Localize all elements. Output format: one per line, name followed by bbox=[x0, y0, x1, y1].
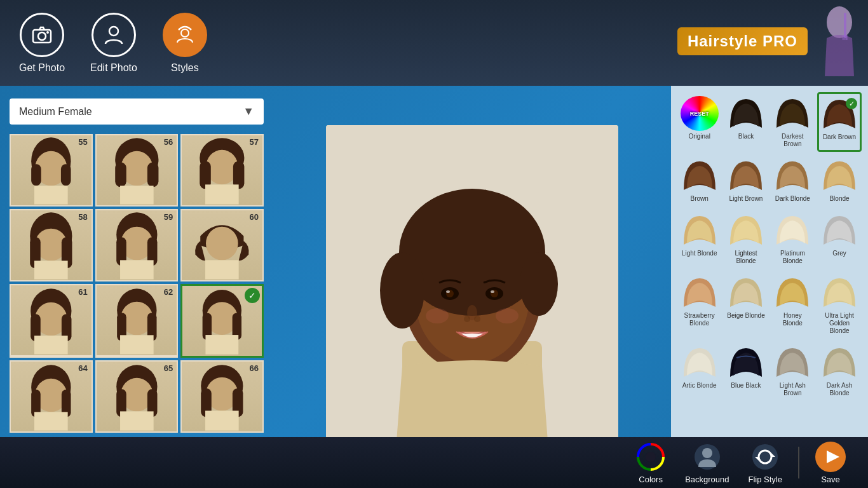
style-grid: 55 56 bbox=[10, 134, 264, 433]
center-photo bbox=[273, 86, 671, 488]
swatch-dark-ash-blonde[interactable]: Dark Ash Blonde bbox=[817, 341, 862, 401]
brand-title: Hairstyle PRO bbox=[677, 27, 808, 55]
swatch-label-dark-brown: Dark Brown bbox=[823, 133, 856, 141]
right-panel: RESET Original Black bbox=[671, 86, 868, 488]
selected-check-badge: ✓ bbox=[846, 98, 857, 109]
background-label: Background bbox=[685, 475, 729, 484]
swatch-grey[interactable]: Grey bbox=[817, 209, 862, 269]
get-photo-label: Get Photo bbox=[19, 62, 65, 74]
main-content: Medium Female ▼ bbox=[0, 86, 868, 488]
svg-point-84 bbox=[426, 308, 449, 323]
nav-edit-photo[interactable]: Edit Photo bbox=[90, 13, 137, 74]
photo-frame bbox=[326, 125, 618, 449]
svg-point-4 bbox=[181, 29, 189, 37]
swatch-label-grey: Grey bbox=[832, 250, 846, 257]
svg-rect-51 bbox=[206, 335, 239, 355]
save-label: Save bbox=[821, 475, 840, 484]
svg-point-3 bbox=[109, 27, 118, 36]
svg-rect-29 bbox=[34, 261, 68, 279]
swatch-label-ultra-light: Ultra Light Golden Blonde bbox=[820, 312, 859, 335]
style-item-60[interactable]: 60 bbox=[180, 209, 264, 281]
style-item-55[interactable]: 55 bbox=[10, 134, 93, 207]
style-item-57[interactable]: 57 bbox=[180, 134, 264, 207]
dropdown-arrow: ▼ bbox=[243, 105, 254, 118]
svg-rect-18 bbox=[147, 162, 159, 187]
swatch-label-light-blonde: Light Blonde bbox=[682, 250, 717, 257]
selected-check: ✓ bbox=[245, 288, 260, 303]
dropdown-value: Medium Female bbox=[19, 106, 92, 118]
svg-rect-61 bbox=[120, 411, 154, 430]
style-item-59[interactable]: 59 bbox=[95, 209, 179, 281]
swatch-black[interactable]: Black bbox=[724, 92, 768, 152]
divider bbox=[798, 447, 799, 478]
save-button[interactable]: Save bbox=[815, 442, 846, 484]
svg-point-83 bbox=[474, 316, 480, 322]
colors-icon bbox=[635, 442, 666, 472]
style-num-58: 58 bbox=[78, 212, 87, 222]
style-item-64[interactable]: 64 bbox=[10, 360, 93, 433]
swatch-light-blonde[interactable]: Light Blonde bbox=[677, 209, 721, 269]
style-item-61[interactable]: 61 bbox=[10, 284, 93, 358]
style-dropdown[interactable]: Medium Female ▼ bbox=[10, 98, 264, 125]
brand-logo: Hairstyle PRO bbox=[677, 6, 855, 76]
swatch-label-blue-black: Blue Black bbox=[731, 382, 761, 390]
swatch-label-honey-blonde: Honey Blonde bbox=[773, 312, 812, 327]
swatch-label-light-ash-brown: Light Ash Brown bbox=[773, 382, 812, 397]
swatch-label-darkest-brown: Darkest Brown bbox=[773, 133, 812, 148]
swatch-beige-blonde[interactable]: Beige Blonde bbox=[724, 271, 768, 339]
swatch-original[interactable]: RESET Original bbox=[677, 92, 721, 152]
svg-rect-19 bbox=[120, 186, 154, 204]
background-button[interactable]: Background bbox=[685, 442, 729, 484]
style-item-58[interactable]: 58 bbox=[10, 209, 93, 281]
styles-icon bbox=[163, 13, 207, 57]
style-item-65[interactable]: 65 bbox=[95, 360, 179, 433]
svg-point-82 bbox=[464, 316, 470, 322]
swatch-blue-black[interactable]: Blue Black bbox=[724, 341, 768, 401]
swatch-ultra-light-golden-blonde[interactable]: Ultra Light Golden Blonde bbox=[817, 271, 862, 339]
swatch-label-black: Black bbox=[738, 133, 754, 140]
swatch-label-original: Original bbox=[688, 133, 710, 140]
top-bar: Get Photo Edit Photo Styles Hairstyle PR… bbox=[0, 0, 868, 86]
flip-style-button[interactable]: Flip Style bbox=[749, 442, 782, 484]
swatch-label-strawberry-blonde: Strawberry Blonde bbox=[680, 312, 719, 327]
svg-rect-34 bbox=[120, 260, 154, 279]
svg-rect-13 bbox=[61, 164, 71, 186]
style-num-59: 59 bbox=[164, 212, 173, 222]
swatch-label-artic-blonde: Artic Blonde bbox=[682, 382, 717, 390]
swatch-light-ash-brown[interactable]: Light Ash Brown bbox=[771, 341, 815, 401]
svg-point-89 bbox=[702, 448, 712, 458]
swatch-label-dark-blonde: Dark Blonde bbox=[775, 195, 810, 203]
svg-rect-6 bbox=[844, 13, 846, 38]
svg-rect-41 bbox=[34, 336, 68, 354]
left-panel: Medium Female ▼ bbox=[0, 86, 273, 488]
style-item-66[interactable]: 66 bbox=[180, 360, 264, 433]
swatch-blonde[interactable]: Blonde bbox=[817, 154, 862, 207]
swatch-brown[interactable]: Brown bbox=[677, 154, 721, 207]
swatch-dark-brown[interactable]: ✓ Dark Brown bbox=[817, 92, 862, 152]
swatch-label-blonde: Blonde bbox=[829, 195, 849, 203]
swatch-lightest-blonde[interactable]: Lightest Blonde bbox=[724, 209, 768, 269]
swatch-artic-blonde[interactable]: Artic Blonde bbox=[677, 341, 721, 401]
person-icon bbox=[92, 13, 136, 57]
style-num-61: 61 bbox=[78, 287, 87, 297]
swatch-strawberry-blonde[interactable]: Strawberry Blonde bbox=[677, 271, 721, 339]
background-icon bbox=[692, 442, 722, 472]
colors-button[interactable]: Colors bbox=[635, 442, 666, 484]
style-item-62[interactable]: 62 bbox=[95, 284, 179, 358]
swatch-darkest-brown[interactable]: Darkest Brown bbox=[771, 92, 815, 152]
nav-styles[interactable]: Styles bbox=[163, 13, 207, 74]
svg-rect-66 bbox=[205, 410, 239, 430]
svg-rect-24 bbox=[205, 184, 239, 204]
svg-rect-36 bbox=[205, 260, 239, 279]
style-num-65: 65 bbox=[164, 363, 173, 373]
swatch-honey-blonde[interactable]: Honey Blonde bbox=[771, 271, 815, 339]
style-item-56[interactable]: 56 bbox=[95, 134, 179, 207]
swatch-platinum-blonde[interactable]: Platinum Blonde bbox=[771, 209, 815, 269]
nav-get-photo[interactable]: Get Photo bbox=[19, 13, 65, 74]
swatch-light-brown[interactable]: Light Brown bbox=[724, 154, 768, 207]
swatch-dark-blonde[interactable]: Dark Blonde bbox=[771, 154, 815, 207]
bottom-bar: Colors Background Flip Style bbox=[0, 437, 868, 488]
save-icon bbox=[815, 442, 846, 472]
colors-label: Colors bbox=[639, 475, 663, 484]
style-item-63[interactable]: ✓ bbox=[180, 284, 264, 358]
